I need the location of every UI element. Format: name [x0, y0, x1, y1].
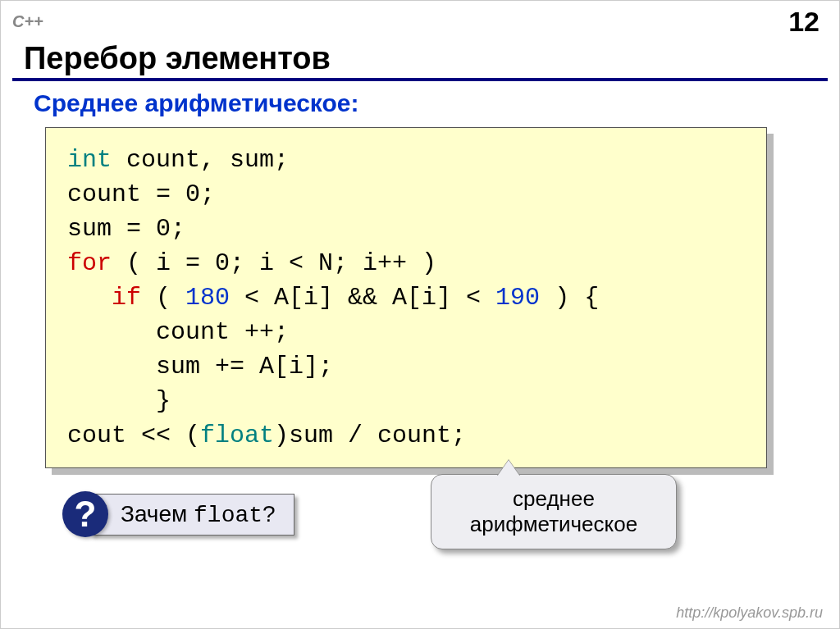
code-text: ) {: [540, 284, 599, 312]
question-mark-icon: ?: [62, 491, 108, 537]
language-label: C++: [12, 12, 43, 31]
question-row: ? Зачем float?: [62, 491, 294, 537]
code-line: }: [67, 387, 171, 415]
keyword-if: if: [67, 284, 141, 312]
code-text: < A[i] && A[i] <: [230, 284, 495, 312]
question-keyword: float: [194, 503, 262, 528]
code-text: cout << (: [67, 422, 200, 449]
code-block: int count, sum; count = 0; sum = 0; for …: [45, 127, 767, 468]
footer-link: http://kpolyakov.spb.ru: [676, 604, 823, 622]
question-suffix: ?: [262, 501, 276, 526]
keyword-int: int: [67, 146, 112, 174]
question-box: Зачем float?: [90, 494, 294, 536]
code-line: sum += A[i];: [67, 353, 333, 381]
subtitle: Среднее арифметическое:: [1, 89, 839, 127]
code-text: count, sum;: [112, 146, 289, 174]
code-text: )sum / count;: [274, 422, 466, 449]
literal-190: 190: [495, 284, 540, 312]
code-content: int count, sum; count = 0; sum = 0; for …: [45, 127, 767, 468]
callout-line-2: арифметическое: [445, 512, 663, 537]
code-text: (: [141, 284, 185, 312]
keyword-float: float: [200, 422, 274, 449]
question-prefix: Зачем: [121, 501, 194, 526]
callout-bubble: среднее арифметическое: [431, 474, 677, 549]
title-rule: [12, 78, 828, 81]
code-line: sum = 0;: [67, 215, 185, 243]
code-line: count = 0;: [67, 180, 215, 208]
keyword-for: for: [67, 249, 112, 277]
callout-line-1: среднее: [445, 486, 663, 512]
top-bar: C++ 12: [1, 1, 839, 38]
literal-180: 180: [185, 284, 230, 312]
code-text: ( i = 0; i < N; i++ ): [112, 249, 436, 277]
slide-number: 12: [788, 6, 819, 38]
code-line: count ++;: [67, 318, 289, 346]
page-title: Перебор элементов: [1, 38, 839, 78]
